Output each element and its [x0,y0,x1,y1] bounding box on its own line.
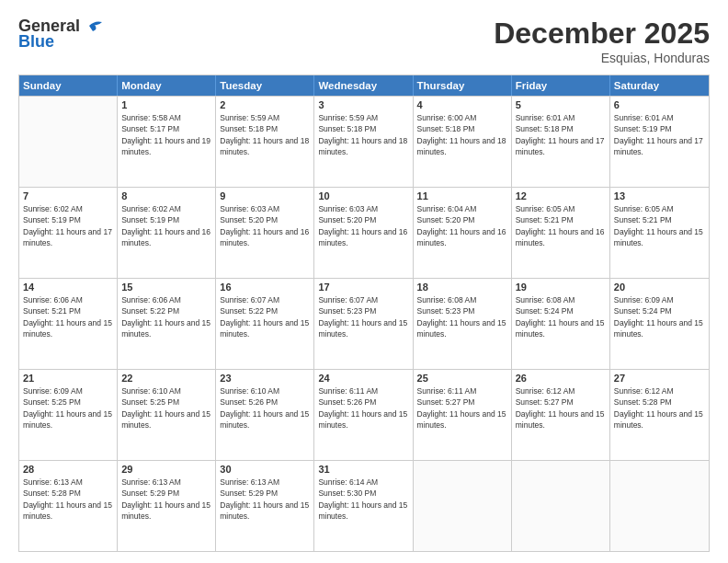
header-day-tuesday: Tuesday [216,75,314,96]
table-row: 6Sunrise: 6:01 AM Sunset: 5:19 PM Daylig… [610,97,709,187]
day-info: Sunrise: 6:08 AM Sunset: 5:23 PM Dayligh… [417,294,507,339]
day-number: 13 [614,190,705,201]
day-number: 26 [516,373,606,384]
day-number: 3 [318,99,408,110]
header-day-thursday: Thursday [414,75,512,96]
header-day-sunday: Sunday [19,75,118,96]
day-info: Sunrise: 6:10 AM Sunset: 5:26 PM Dayligh… [220,385,310,431]
day-info: Sunrise: 6:13 AM Sunset: 5:29 PM Dayligh… [121,477,211,522]
day-info: Sunrise: 6:14 AM Sunset: 5:30 PM Dayligh… [318,477,408,522]
table-row: 29Sunrise: 6:13 AM Sunset: 5:29 PM Dayli… [118,461,216,551]
day-info: Sunrise: 6:12 AM Sunset: 5:28 PM Dayligh… [614,385,705,431]
table-row: 8Sunrise: 6:02 AM Sunset: 5:19 PM Daylig… [118,188,216,278]
logo: General Blue [18,17,102,52]
table-row: 18Sunrise: 6:08 AM Sunset: 5:23 PM Dayli… [414,279,512,369]
day-number: 5 [516,99,606,110]
day-number: 18 [417,282,507,293]
table-row: 10Sunrise: 6:03 AM Sunset: 5:20 PM Dayli… [314,188,413,278]
day-info: Sunrise: 6:05 AM Sunset: 5:21 PM Dayligh… [614,203,705,248]
day-number: 24 [318,373,408,384]
day-info: Sunrise: 6:02 AM Sunset: 5:19 PM Dayligh… [23,203,113,248]
table-row: 4Sunrise: 6:00 AM Sunset: 5:18 PM Daylig… [414,97,512,187]
table-row: 28Sunrise: 6:13 AM Sunset: 5:28 PM Dayli… [19,461,118,551]
day-number: 20 [614,282,705,293]
day-number: 25 [417,373,507,384]
table-row: 24Sunrise: 6:11 AM Sunset: 5:26 PM Dayli… [314,370,413,460]
table-row: 7Sunrise: 6:02 AM Sunset: 5:19 PM Daylig… [19,188,118,278]
page: General Blue December 2025 Esquias, Hond… [0,0,728,563]
table-row: 22Sunrise: 6:10 AM Sunset: 5:25 PM Dayli… [118,370,216,460]
day-number: 15 [121,282,211,293]
table-row: 3Sunrise: 5:59 AM Sunset: 5:18 PM Daylig… [314,97,413,187]
calendar: SundayMondayTuesdayWednesdayThursdayFrid… [18,75,710,552]
day-info: Sunrise: 6:05 AM Sunset: 5:21 PM Dayligh… [516,203,606,248]
table-row: 1Sunrise: 5:58 AM Sunset: 5:17 PM Daylig… [118,97,216,187]
table-row [610,461,709,551]
day-number: 28 [23,464,113,475]
header-day-wednesday: Wednesday [314,75,413,96]
day-number: 10 [318,190,408,201]
calendar-body: 1Sunrise: 5:58 AM Sunset: 5:17 PM Daylig… [19,96,709,551]
day-number: 11 [417,190,507,201]
day-number: 12 [516,190,606,201]
day-number: 4 [417,99,507,110]
table-row: 14Sunrise: 6:06 AM Sunset: 5:21 PM Dayli… [19,279,118,369]
day-info: Sunrise: 6:11 AM Sunset: 5:26 PM Dayligh… [318,385,408,431]
day-info: Sunrise: 6:03 AM Sunset: 5:20 PM Dayligh… [220,203,310,248]
day-info: Sunrise: 6:13 AM Sunset: 5:29 PM Dayligh… [220,477,310,522]
header-day-monday: Monday [118,75,216,96]
day-info: Sunrise: 5:59 AM Sunset: 5:18 PM Dayligh… [220,112,310,157]
table-row: 11Sunrise: 6:04 AM Sunset: 5:20 PM Dayli… [414,188,512,278]
logo-bird-icon [82,18,102,33]
day-info: Sunrise: 6:01 AM Sunset: 5:18 PM Dayligh… [516,112,606,157]
day-number: 16 [220,282,310,293]
day-info: Sunrise: 6:00 AM Sunset: 5:18 PM Dayligh… [417,112,507,157]
day-info: Sunrise: 6:10 AM Sunset: 5:25 PM Dayligh… [121,385,211,431]
day-info: Sunrise: 6:03 AM Sunset: 5:20 PM Dayligh… [318,203,408,248]
table-row: 31Sunrise: 6:14 AM Sunset: 5:30 PM Dayli… [314,461,413,551]
calendar-week-4: 28Sunrise: 6:13 AM Sunset: 5:28 PM Dayli… [19,460,709,551]
table-row: 27Sunrise: 6:12 AM Sunset: 5:28 PM Dayli… [610,370,709,460]
day-number: 8 [121,190,211,201]
day-number: 9 [220,190,310,201]
day-number: 19 [516,282,606,293]
day-info: Sunrise: 6:13 AM Sunset: 5:28 PM Dayligh… [23,477,113,522]
title-block: December 2025 Esquias, Honduras [494,17,710,65]
table-row: 15Sunrise: 6:06 AM Sunset: 5:22 PM Dayli… [118,279,216,369]
day-info: Sunrise: 6:06 AM Sunset: 5:22 PM Dayligh… [121,294,211,339]
header-day-friday: Friday [512,75,610,96]
day-number: 22 [121,373,211,384]
calendar-header: SundayMondayTuesdayWednesdayThursdayFrid… [19,75,709,96]
table-row: 21Sunrise: 6:09 AM Sunset: 5:25 PM Dayli… [19,370,118,460]
table-row: 30Sunrise: 6:13 AM Sunset: 5:29 PM Dayli… [216,461,314,551]
table-row: 20Sunrise: 6:09 AM Sunset: 5:24 PM Dayli… [610,279,709,369]
day-info: Sunrise: 6:11 AM Sunset: 5:27 PM Dayligh… [417,385,507,431]
table-row: 9Sunrise: 6:03 AM Sunset: 5:20 PM Daylig… [216,188,314,278]
day-info: Sunrise: 5:58 AM Sunset: 5:17 PM Dayligh… [121,112,211,157]
day-info: Sunrise: 6:12 AM Sunset: 5:27 PM Dayligh… [516,385,606,431]
day-number: 1 [121,99,211,110]
table-row: 23Sunrise: 6:10 AM Sunset: 5:26 PM Dayli… [216,370,314,460]
day-info: Sunrise: 6:06 AM Sunset: 5:21 PM Dayligh… [23,294,113,339]
table-row [19,97,118,187]
subtitle: Esquias, Honduras [494,51,710,65]
day-info: Sunrise: 6:01 AM Sunset: 5:19 PM Dayligh… [614,112,705,157]
table-row: 5Sunrise: 6:01 AM Sunset: 5:18 PM Daylig… [512,97,610,187]
day-number: 2 [220,99,310,110]
table-row: 26Sunrise: 6:12 AM Sunset: 5:27 PM Dayli… [512,370,610,460]
day-number: 7 [23,190,113,201]
day-number: 31 [318,464,408,475]
table-row: 13Sunrise: 6:05 AM Sunset: 5:21 PM Dayli… [610,188,709,278]
day-number: 14 [23,282,113,293]
calendar-week-2: 14Sunrise: 6:06 AM Sunset: 5:21 PM Dayli… [19,278,709,369]
month-title: December 2025 [494,17,710,51]
day-info: Sunrise: 6:02 AM Sunset: 5:19 PM Dayligh… [121,203,211,248]
day-number: 23 [220,373,310,384]
table-row [414,461,512,551]
calendar-week-1: 7Sunrise: 6:02 AM Sunset: 5:19 PM Daylig… [19,187,709,278]
calendar-week-3: 21Sunrise: 6:09 AM Sunset: 5:25 PM Dayli… [19,369,709,460]
day-number: 27 [614,373,705,384]
table-row: 25Sunrise: 6:11 AM Sunset: 5:27 PM Dayli… [414,370,512,460]
day-info: Sunrise: 6:09 AM Sunset: 5:25 PM Dayligh… [23,385,113,431]
day-info: Sunrise: 6:09 AM Sunset: 5:24 PM Dayligh… [614,294,705,339]
